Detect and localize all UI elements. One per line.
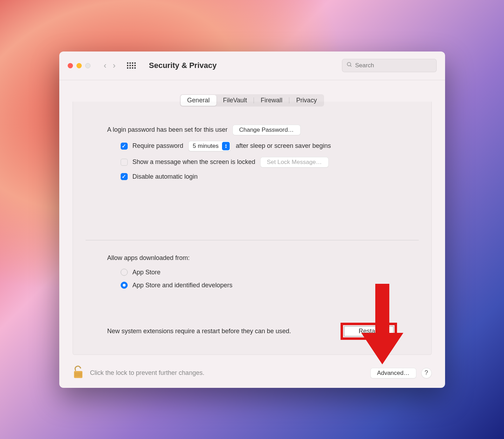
nav-arrows: ‹ › bbox=[104, 61, 116, 70]
search-icon bbox=[347, 62, 352, 69]
change-password-button[interactable]: Change Password… bbox=[233, 125, 301, 135]
search-box[interactable] bbox=[342, 59, 437, 72]
arrow-annotation bbox=[361, 284, 403, 371]
advanced-button[interactable]: Advanced… bbox=[370, 368, 416, 378]
svg-line-1 bbox=[350, 66, 351, 67]
window-controls bbox=[68, 63, 90, 68]
content-area: General FileVault Firewall Privacy A log… bbox=[59, 80, 445, 355]
zoom-button[interactable] bbox=[85, 63, 90, 68]
disable-auto-login-label: Disable automatic login bbox=[133, 173, 198, 180]
allow-identified-label: App Store and identified developers bbox=[133, 282, 233, 289]
forward-button[interactable]: › bbox=[113, 61, 116, 70]
show-all-icon[interactable] bbox=[127, 62, 136, 69]
password-delay-value: 5 minutes bbox=[193, 143, 219, 150]
back-button[interactable]: ‹ bbox=[104, 61, 107, 70]
general-panel: A login password has been set for this u… bbox=[73, 102, 432, 355]
lock-icon[interactable] bbox=[73, 365, 84, 382]
allow-app-store-radio[interactable] bbox=[121, 269, 128, 276]
show-message-checkbox[interactable] bbox=[121, 159, 128, 166]
allow-app-store-label: App Store bbox=[133, 269, 161, 276]
search-input[interactable] bbox=[355, 62, 432, 69]
divider bbox=[86, 240, 419, 240]
disable-auto-login-checkbox[interactable] bbox=[121, 173, 128, 180]
minimize-button[interactable] bbox=[76, 63, 82, 68]
allow-apps-label: Allow apps downloaded from: bbox=[107, 254, 190, 262]
lock-text: Click the lock to prevent further change… bbox=[90, 369, 204, 377]
require-password-label: Require password bbox=[133, 142, 183, 150]
show-message-label: Show a message when the screen is locked bbox=[133, 158, 255, 166]
restart-text: New system extensions require a restart … bbox=[107, 328, 291, 335]
titlebar: ‹ › Security & Privacy bbox=[59, 52, 445, 80]
help-button[interactable]: ? bbox=[421, 368, 432, 378]
window-title: Security & Privacy bbox=[149, 61, 217, 70]
require-password-checkbox[interactable] bbox=[121, 143, 128, 150]
set-lock-message-button: Set Lock Message… bbox=[260, 157, 329, 167]
footer: Click the lock to prevent further change… bbox=[73, 365, 432, 382]
svg-point-0 bbox=[347, 62, 351, 66]
after-sleep-text: after sleep or screen saver begins bbox=[236, 142, 331, 150]
allow-identified-radio[interactable] bbox=[121, 282, 128, 289]
chevron-up-down-icon: ▲▼ bbox=[222, 142, 230, 150]
password-delay-select[interactable]: 5 minutes ▲▼ bbox=[188, 141, 231, 151]
preferences-window: ‹ › Security & Privacy General FileVault… bbox=[59, 52, 445, 388]
close-button[interactable] bbox=[68, 63, 73, 68]
login-password-text: A login password has been set for this u… bbox=[107, 126, 228, 133]
